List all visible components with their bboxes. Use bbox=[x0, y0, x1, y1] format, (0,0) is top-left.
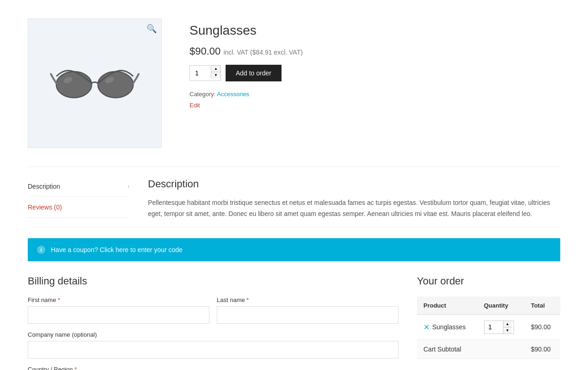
last-name-group: Last name * bbox=[217, 296, 398, 324]
product-price: $90.00 incl. VAT ($84.91 excl. VAT) bbox=[190, 45, 560, 57]
order-qty-up-button[interactable]: ▲ bbox=[503, 321, 512, 327]
last-name-label: Last name * bbox=[217, 296, 398, 303]
product-info: Sunglasses $90.00 incl. VAT ($84.91 excl… bbox=[190, 18, 560, 148]
quantity-down-button[interactable]: ▼ bbox=[211, 72, 220, 78]
info-icon: i bbox=[37, 246, 45, 254]
first-name-input[interactable] bbox=[28, 306, 209, 324]
zoom-icon[interactable]: 🔍 bbox=[147, 24, 157, 34]
tab-description[interactable]: Description › bbox=[28, 176, 129, 197]
order-table: Product Quantity Total ✕ Sunglasses bbox=[417, 296, 560, 359]
tabs-navigation: Description › Reviews (0) bbox=[28, 176, 129, 220]
product-title: Sunglasses bbox=[190, 23, 560, 38]
col-total: Total bbox=[524, 296, 560, 315]
tabs-section: Description › Reviews (0) Description Pe… bbox=[28, 166, 560, 220]
order-product-label: Sunglasses bbox=[432, 323, 466, 331]
quantity-spinner: ▲ ▼ bbox=[211, 66, 220, 80]
order-quantity-container: ▲ ▼ bbox=[484, 321, 514, 334]
order-qty-down-button[interactable]: ▼ bbox=[503, 327, 512, 333]
order-title: Your order bbox=[417, 275, 560, 287]
col-quantity: Quantity bbox=[478, 296, 525, 315]
coupon-banner[interactable]: i Have a coupon? Click here to enter you… bbox=[28, 238, 560, 261]
country-label: Country / Region * bbox=[28, 366, 398, 370]
chevron-right-icon: › bbox=[128, 183, 129, 190]
order-summary: Your order Product Quantity Total ✕ S bbox=[417, 275, 560, 370]
col-product: Product bbox=[417, 296, 478, 315]
product-image-container: 🔍 bbox=[28, 18, 162, 148]
quantity-input[interactable] bbox=[190, 66, 211, 80]
price-value: $90.00 bbox=[190, 45, 220, 57]
coupon-text: Have a coupon? Click here to enter your … bbox=[51, 246, 183, 253]
product-image bbox=[49, 53, 141, 113]
subtotal-value: $90.00 bbox=[524, 339, 560, 358]
subtotal-label: Cart Subtotal bbox=[417, 339, 524, 358]
remove-product-icon[interactable]: ✕ bbox=[423, 323, 429, 332]
order-quantity-input[interactable] bbox=[484, 321, 503, 333]
quantity-up-button[interactable]: ▲ bbox=[211, 66, 220, 72]
first-name-label: First name * bbox=[28, 296, 209, 303]
subtotal-row: Cart Subtotal $90.00 bbox=[417, 339, 560, 358]
order-total-cell: $90.00 bbox=[524, 314, 560, 339]
first-name-group: First name * bbox=[28, 296, 209, 324]
quantity-input-container: ▲ ▼ bbox=[190, 65, 221, 81]
company-row: Company name (optional) bbox=[28, 331, 398, 358]
order-qty-cell: ▲ ▼ bbox=[478, 314, 525, 339]
edit-link[interactable]: Edit bbox=[190, 102, 200, 109]
order-row: ✕ Sunglasses ▲ ▼ bbox=[417, 314, 560, 339]
company-name-label: Company name (optional) bbox=[28, 331, 398, 338]
country-group: Country / Region * bbox=[28, 366, 398, 370]
tab-reviews[interactable]: Reviews (0) bbox=[28, 197, 129, 218]
order-product-cell: ✕ Sunglasses bbox=[417, 314, 478, 339]
country-row: Country / Region * bbox=[28, 366, 398, 370]
billing-details: Billing details First name * Last name * bbox=[28, 275, 398, 370]
add-to-order-button[interactable]: Add to order bbox=[226, 65, 282, 81]
svg-point-3 bbox=[99, 73, 132, 97]
company-name-input[interactable] bbox=[28, 341, 398, 358]
tab-content: Description Pellentesque habitant morbi … bbox=[148, 176, 560, 220]
billing-title: Billing details bbox=[28, 275, 398, 287]
description-text: Pellentesque habitant morbi tristique se… bbox=[148, 197, 560, 220]
order-quantity-spinner: ▲ ▼ bbox=[503, 321, 512, 333]
product-category: Category: Accessories bbox=[190, 91, 560, 98]
last-name-input[interactable] bbox=[217, 306, 398, 324]
name-row: First name * Last name * bbox=[28, 296, 398, 324]
category-link[interactable]: Accessories bbox=[217, 91, 249, 98]
reviews-tab-link[interactable]: Reviews (0) bbox=[28, 204, 62, 211]
add-to-order-row: ▲ ▼ Add to order bbox=[190, 65, 560, 81]
svg-point-1 bbox=[57, 73, 91, 97]
order-product-name: ✕ Sunglasses bbox=[423, 323, 471, 332]
description-title: Description bbox=[148, 178, 560, 190]
product-section: 🔍 bbox=[28, 9, 560, 148]
company-name-group: Company name (optional) bbox=[28, 331, 398, 358]
price-vat-info: incl. VAT ($84.91 excl. VAT) bbox=[223, 49, 302, 56]
checkout-section: Billing details First name * Last name * bbox=[28, 275, 560, 370]
